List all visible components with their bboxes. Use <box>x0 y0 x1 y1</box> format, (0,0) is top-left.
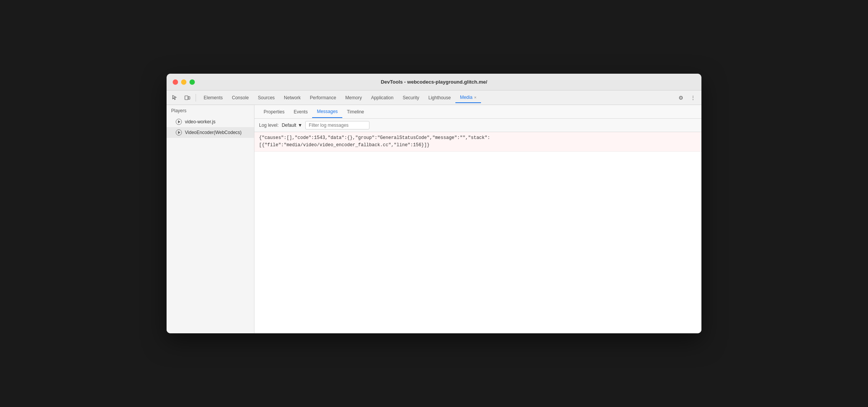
tab-security[interactable]: Security <box>398 93 424 103</box>
play-icon-video-encoder <box>176 129 182 136</box>
more-options-button[interactable]: ⋮ <box>688 92 698 103</box>
tab-network[interactable]: Network <box>279 93 305 103</box>
play-triangle-2 <box>178 131 180 134</box>
player-label-video-worker: video-worker.js <box>185 119 215 124</box>
close-button[interactable] <box>173 79 178 85</box>
player-item-video-worker[interactable]: video-worker.js <box>167 116 254 127</box>
more-icon: ⋮ <box>690 95 696 101</box>
toolbar-separator <box>196 94 196 102</box>
main-content: Players video-worker.js VideoEncoder(Web… <box>167 105 701 333</box>
devtools-toolbar: Elements Console Sources Network Perform… <box>167 90 701 105</box>
device-icon <box>184 95 190 101</box>
tab-performance[interactable]: Performance <box>305 93 341 103</box>
tab-memory[interactable]: Memory <box>341 93 366 103</box>
tab-elements[interactable]: Elements <box>199 93 227 103</box>
cursor-icon <box>172 95 178 101</box>
log-level-select[interactable]: Default ▼ <box>282 123 302 128</box>
log-level-value: Default <box>282 123 296 128</box>
panel-tabs: Properties Events Messages Timeline <box>254 105 701 119</box>
toolbar-right: ⚙ ⋮ <box>675 92 698 103</box>
window-title: DevTools - webcodecs-playground.glitch.m… <box>381 79 487 85</box>
log-level-label: Log level: <box>259 123 279 128</box>
panel-tab-messages[interactable]: Messages <box>312 106 342 118</box>
tab-sources[interactable]: Sources <box>253 93 279 103</box>
maximize-button[interactable] <box>189 79 195 85</box>
sidebar: Players video-worker.js VideoEncoder(Web… <box>167 105 254 333</box>
tab-application[interactable]: Application <box>366 93 398 103</box>
log-entry-text: {"causes":[],"code":1543,"data":{},"grou… <box>259 135 490 148</box>
inspect-element-button[interactable] <box>170 92 180 103</box>
panel-tab-timeline[interactable]: Timeline <box>342 106 369 118</box>
play-triangle <box>178 120 180 123</box>
player-label-video-encoder: VideoEncoder(WebCodecs) <box>185 130 241 135</box>
devtools-window: DevTools - webcodecs-playground.glitch.m… <box>167 74 701 333</box>
play-icon-video-worker <box>176 119 182 125</box>
tab-console[interactable]: Console <box>227 93 253 103</box>
player-item-video-encoder[interactable]: VideoEncoder(WebCodecs) <box>167 127 254 138</box>
tab-media[interactable]: Media × <box>455 92 481 103</box>
main-tabs: Elements Console Sources Network Perform… <box>199 92 674 103</box>
settings-button[interactable]: ⚙ <box>675 92 686 103</box>
filter-input[interactable] <box>305 121 369 129</box>
device-toolbar-button[interactable] <box>182 92 193 103</box>
svg-rect-1 <box>188 97 190 99</box>
traffic-lights <box>173 79 195 85</box>
sidebar-header: Players <box>167 105 254 116</box>
panel-tab-properties[interactable]: Properties <box>259 106 289 118</box>
settings-icon: ⚙ <box>679 95 683 101</box>
panel-toolbar: Log level: Default ▼ <box>254 119 701 132</box>
media-tab-label: Media <box>460 95 473 100</box>
panel-tab-events[interactable]: Events <box>289 106 313 118</box>
log-entry: {"causes":[],"code":1543,"data":{},"grou… <box>254 132 701 152</box>
tab-lighthouse[interactable]: Lighthouse <box>424 93 455 103</box>
title-bar: DevTools - webcodecs-playground.glitch.m… <box>167 74 701 90</box>
media-tab-close[interactable]: × <box>474 95 476 100</box>
minimize-button[interactable] <box>181 79 186 85</box>
panel-content: {"causes":[],"code":1543,"data":{},"grou… <box>254 132 701 333</box>
log-level-arrow: ▼ <box>298 123 302 128</box>
svg-rect-0 <box>185 96 188 100</box>
media-panel: Properties Events Messages Timeline Log … <box>254 105 701 333</box>
